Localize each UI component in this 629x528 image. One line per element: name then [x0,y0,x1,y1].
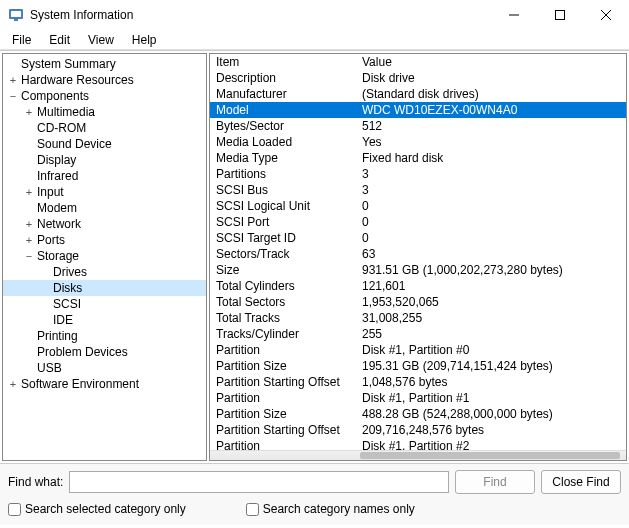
tree-item-ide[interactable]: IDE [3,312,206,328]
menu-edit[interactable]: Edit [41,31,78,49]
tree-item-infrared[interactable]: Infrared [3,168,206,184]
search-selected-category-label: Search selected category only [25,502,186,516]
tree-item-sound-device[interactable]: Sound Device [3,136,206,152]
horizontal-scrollbar[interactable] [210,450,626,460]
expand-icon[interactable]: + [23,106,35,118]
detail-key: Partition [210,343,358,357]
column-header-value[interactable]: Value [358,55,626,69]
detail-row[interactable]: Size931.51 GB (1,000,202,273,280 bytes) [210,262,626,278]
maximize-button[interactable] [537,0,583,30]
detail-key: SCSI Logical Unit [210,199,358,213]
tree-item-components[interactable]: −Components [3,88,206,104]
detail-value: 0 [358,231,626,245]
detail-key: Partitions [210,167,358,181]
tree-item-usb[interactable]: USB [3,360,206,376]
detail-key: Media Loaded [210,135,358,149]
collapse-icon[interactable]: − [23,250,35,262]
detail-row[interactable]: PartitionDisk #1, Partition #1 [210,390,626,406]
tree-item-cd-rom[interactable]: CD-ROM [3,120,206,136]
detail-row[interactable]: Partitions3 [210,166,626,182]
detail-row[interactable]: ModelWDC WD10EZEX-00WN4A0 [210,102,626,118]
detail-key: Partition Size [210,359,358,373]
search-category-names-checkbox[interactable]: Search category names only [246,502,415,516]
tree-item-label: Network [35,217,81,231]
tree-item-ports[interactable]: +Ports [3,232,206,248]
details-header[interactable]: ItemValue [210,54,626,70]
svg-rect-2 [14,19,18,21]
detail-row[interactable]: Media TypeFixed hard disk [210,150,626,166]
detail-row[interactable]: SCSI Target ID0 [210,230,626,246]
detail-value: Disk drive [358,71,626,85]
category-tree[interactable]: System Summary+Hardware Resources−Compon… [2,53,207,461]
detail-row[interactable]: Partition Size488.28 GB (524,288,000,000… [210,406,626,422]
tree-item-system-summary[interactable]: System Summary [3,56,206,72]
tree-item-label: Display [35,153,76,167]
tree-item-multimedia[interactable]: +Multimedia [3,104,206,120]
tree-item-hardware-resources[interactable]: +Hardware Resources [3,72,206,88]
expand-icon[interactable]: + [7,378,19,390]
detail-value: (Standard disk drives) [358,87,626,101]
detail-value: WDC WD10EZEX-00WN4A0 [358,103,626,117]
detail-row[interactable]: Sectors/Track63 [210,246,626,262]
close-button[interactable] [583,0,629,30]
detail-key: Media Type [210,151,358,165]
detail-row[interactable]: Media LoadedYes [210,134,626,150]
expand-icon[interactable]: + [23,234,35,246]
tree-item-label: Sound Device [35,137,112,151]
tree-item-input[interactable]: +Input [3,184,206,200]
detail-key: SCSI Target ID [210,231,358,245]
detail-row[interactable]: Partition Size195.31 GB (209,714,151,424… [210,358,626,374]
menu-view[interactable]: View [80,31,122,49]
tree-item-display[interactable]: Display [3,152,206,168]
detail-row[interactable]: Tracks/Cylinder255 [210,326,626,342]
detail-row[interactable]: Bytes/Sector512 [210,118,626,134]
tree-item-label: SCSI [51,297,81,311]
tree-item-software-environment[interactable]: +Software Environment [3,376,206,392]
column-header-item[interactable]: Item [210,55,358,69]
tree-item-drives[interactable]: Drives [3,264,206,280]
tree-item-modem[interactable]: Modem [3,200,206,216]
find-button[interactable]: Find [455,470,535,494]
tree-item-label: IDE [51,313,73,327]
close-find-button[interactable]: Close Find [541,470,621,494]
title-bar: System Information [0,0,629,30]
detail-row[interactable]: Partition Starting Offset209,716,248,576… [210,422,626,438]
tree-item-printing[interactable]: Printing [3,328,206,344]
find-input[interactable] [69,471,449,493]
tree-item-disks[interactable]: Disks [3,280,206,296]
minimize-button[interactable] [491,0,537,30]
detail-row[interactable]: Total Tracks31,008,255 [210,310,626,326]
tree-item-network[interactable]: +Network [3,216,206,232]
detail-row[interactable]: Partition Starting Offset1,048,576 bytes [210,374,626,390]
expand-icon[interactable]: + [7,74,19,86]
tree-item-storage[interactable]: −Storage [3,248,206,264]
menu-file[interactable]: File [4,31,39,49]
detail-row[interactable]: Total Sectors1,953,520,065 [210,294,626,310]
detail-row[interactable]: SCSI Logical Unit0 [210,198,626,214]
tree-item-label: Software Environment [19,377,139,391]
detail-row[interactable]: Manufacturer(Standard disk drives) [210,86,626,102]
detail-value: 209,716,248,576 bytes [358,423,626,437]
expand-icon[interactable]: + [23,218,35,230]
detail-key: Tracks/Cylinder [210,327,358,341]
search-selected-category-checkbox[interactable]: Search selected category only [8,502,186,516]
detail-row[interactable]: SCSI Bus3 [210,182,626,198]
detail-value: Disk #1, Partition #1 [358,391,626,405]
menu-help[interactable]: Help [124,31,165,49]
detail-key: Size [210,263,358,277]
details-panel[interactable]: ItemValueDescriptionDisk driveManufactur… [209,53,627,461]
tree-item-problem-devices[interactable]: Problem Devices [3,344,206,360]
window-buttons [491,0,629,30]
expand-icon[interactable]: + [23,186,35,198]
tree-item-scsi[interactable]: SCSI [3,296,206,312]
detail-value: 121,601 [358,279,626,293]
detail-key: Partition Starting Offset [210,375,358,389]
collapse-icon[interactable]: − [7,90,19,102]
tree-item-label: Infrared [35,169,78,183]
detail-row[interactable]: PartitionDisk #1, Partition #0 [210,342,626,358]
detail-row[interactable]: Total Cylinders121,601 [210,278,626,294]
detail-row[interactable]: DescriptionDisk drive [210,70,626,86]
detail-key: SCSI Bus [210,183,358,197]
detail-row[interactable]: SCSI Port0 [210,214,626,230]
detail-key: Description [210,71,358,85]
